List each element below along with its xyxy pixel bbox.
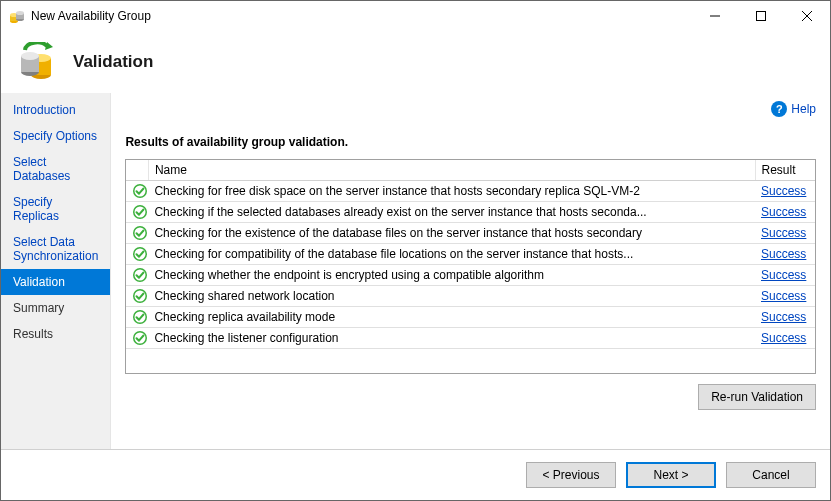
result-cell: Success xyxy=(755,265,815,286)
maximize-button[interactable] xyxy=(738,1,784,31)
window-title: New Availability Group xyxy=(31,9,151,23)
grid-header-row: Name Result xyxy=(126,160,815,181)
validation-grid: Name Result Checking for free disk space… xyxy=(125,159,816,374)
success-icon xyxy=(126,286,148,307)
titlebar: New Availability Group xyxy=(1,1,830,31)
result-cell: Success xyxy=(755,328,815,349)
result-link[interactable]: Success xyxy=(761,226,806,240)
col-header-icon[interactable] xyxy=(126,160,148,181)
close-button[interactable] xyxy=(784,1,830,31)
success-icon xyxy=(126,181,148,202)
check-name: Checking for compatibility of the databa… xyxy=(148,244,755,265)
table-row[interactable]: Checking replica availability modeSucces… xyxy=(126,307,815,328)
rerun-validation-button[interactable]: Re-run Validation xyxy=(698,384,816,410)
content-pane: ? Help Results of availability group val… xyxy=(111,93,830,449)
col-header-name[interactable]: Name xyxy=(148,160,755,181)
table-row[interactable]: Checking the listener configurationSucce… xyxy=(126,328,815,349)
help-label: Help xyxy=(791,102,816,116)
rerun-row: Re-run Validation xyxy=(125,384,816,410)
result-link[interactable]: Success xyxy=(761,268,806,282)
minimize-button[interactable] xyxy=(692,1,738,31)
check-name: Checking for the existence of the databa… xyxy=(148,223,755,244)
sidebar-item-results[interactable]: Results xyxy=(1,321,110,347)
result-link[interactable]: Success xyxy=(761,310,806,324)
table-row[interactable]: Checking for the existence of the databa… xyxy=(126,223,815,244)
success-icon xyxy=(126,244,148,265)
app-icon xyxy=(9,8,25,24)
previous-button[interactable]: < Previous xyxy=(526,462,616,488)
result-link[interactable]: Success xyxy=(761,289,806,303)
result-cell: Success xyxy=(755,244,815,265)
sidebar-item-specify-replicas[interactable]: Specify Replicas xyxy=(1,189,110,229)
results-heading: Results of availability group validation… xyxy=(125,135,816,149)
success-icon xyxy=(126,223,148,244)
sidebar-item-select-data-synchronization[interactable]: Select Data Synchronization xyxy=(1,229,110,269)
table-row[interactable]: Checking for compatibility of the databa… xyxy=(126,244,815,265)
result-link[interactable]: Success xyxy=(761,184,806,198)
success-icon xyxy=(126,307,148,328)
success-icon xyxy=(126,265,148,286)
svg-point-15 xyxy=(21,52,39,60)
svg-point-5 xyxy=(16,11,24,15)
check-name: Checking whether the endpoint is encrypt… xyxy=(148,265,755,286)
sidebar-item-summary[interactable]: Summary xyxy=(1,295,110,321)
result-cell: Success xyxy=(755,202,815,223)
result-link[interactable]: Success xyxy=(761,331,806,345)
success-icon xyxy=(126,328,148,349)
result-cell: Success xyxy=(755,181,815,202)
cancel-button[interactable]: Cancel xyxy=(726,462,816,488)
sidebar: IntroductionSpecify OptionsSelect Databa… xyxy=(1,93,111,449)
table-row[interactable]: Checking shared network locationSuccess xyxy=(126,286,815,307)
check-name: Checking shared network location xyxy=(148,286,755,307)
table-row[interactable]: Checking for free disk space on the serv… xyxy=(126,181,815,202)
result-link[interactable]: Success xyxy=(761,205,806,219)
wizard-icon xyxy=(17,42,57,82)
footer: < Previous Next > Cancel xyxy=(1,449,830,500)
sidebar-item-validation[interactable]: Validation xyxy=(1,269,110,295)
help-icon: ? xyxy=(771,101,787,117)
grid-padding-row xyxy=(126,349,815,373)
success-icon xyxy=(126,202,148,223)
page-title: Validation xyxy=(73,52,153,72)
check-name: Checking the listener configuration xyxy=(148,328,755,349)
check-name: Checking if the selected databases alrea… xyxy=(148,202,755,223)
next-button[interactable]: Next > xyxy=(626,462,716,488)
sidebar-item-select-databases[interactable]: Select Databases xyxy=(1,149,110,189)
help-link[interactable]: ? Help xyxy=(771,101,816,117)
svg-rect-7 xyxy=(757,12,766,21)
result-cell: Success xyxy=(755,286,815,307)
check-name: Checking for free disk space on the serv… xyxy=(148,181,755,202)
body: IntroductionSpecify OptionsSelect Databa… xyxy=(1,93,830,449)
check-name: Checking replica availability mode xyxy=(148,307,755,328)
dialog-window: New Availability Group Validation xyxy=(0,0,831,501)
sidebar-item-introduction[interactable]: Introduction xyxy=(1,97,110,123)
col-header-result[interactable]: Result xyxy=(755,160,815,181)
table-row[interactable]: Checking whether the endpoint is encrypt… xyxy=(126,265,815,286)
result-link[interactable]: Success xyxy=(761,247,806,261)
table-row[interactable]: Checking if the selected databases alrea… xyxy=(126,202,815,223)
result-cell: Success xyxy=(755,223,815,244)
header-panel: Validation xyxy=(1,31,830,93)
sidebar-item-specify-options[interactable]: Specify Options xyxy=(1,123,110,149)
result-cell: Success xyxy=(755,307,815,328)
